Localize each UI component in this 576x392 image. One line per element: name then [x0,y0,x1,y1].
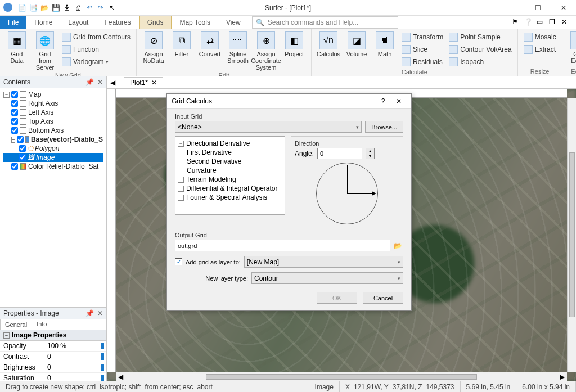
spline-smooth-button[interactable]: 〰Spline Smooth [226,31,250,64]
axis-check[interactable] [11,127,18,134]
close-button[interactable]: ✕ [551,0,576,16]
grid-data-button[interactable]: ▦Grid Data [4,31,29,64]
tab-features[interactable]: Features [96,16,138,29]
cancel-button[interactable]: Cancel [363,292,403,304]
prop-section[interactable]: −Image Properties [0,330,106,341]
axis-check[interactable] [11,100,18,107]
tree-polygon[interactable]: Polygon [35,145,59,152]
redo-icon[interactable]: ↷ [96,3,106,13]
window-list-icon[interactable]: ▭ [537,18,546,27]
output-grid-input[interactable] [175,240,390,251]
ok-button[interactable]: OK [317,292,357,304]
prop-tab-info[interactable]: Info [32,319,51,330]
open-icon[interactable]: 📂 [39,3,50,13]
function-button[interactable]: Function [61,44,132,55]
operator-tree[interactable]: −Directional Derivative First Derivative… [175,136,285,215]
plot-tab[interactable]: Plot1*✕ [124,77,163,88]
contents-tree[interactable]: −Map Right Axis Left Axis Top Axis Botto… [0,88,106,307]
group-calculate: √nCalculus ◪Volume 🖩Math Transform Slice… [312,29,518,76]
transform-button[interactable]: Transform [400,31,444,43]
add-layer-checkbox[interactable]: ✓ [175,258,182,265]
prop-contrast[interactable]: Contrast0 [0,352,106,362]
tree-map[interactable]: Map [28,91,41,98]
residuals-button[interactable]: Residuals [400,56,444,67]
add-layer-select[interactable]: [New Map]▾ [244,256,403,268]
search-input[interactable]: 🔍 Search commands and Help... [252,16,398,29]
scrollbar-vertical[interactable] [567,98,576,372]
assign-cs-button[interactable]: ⊕Assign Coordinate System [254,31,278,71]
axis-check[interactable] [11,109,18,116]
tree-bottom-axis[interactable]: Bottom Axis [28,127,64,134]
tree-image-selected[interactable]: 🖼Image [3,153,103,162]
tab-maptools[interactable]: Map Tools [172,16,218,29]
open-multi-icon[interactable]: 📑 [28,3,38,13]
polygon-check[interactable] [19,145,26,152]
angle-spinner[interactable]: ▲▼ [366,148,375,159]
pin-icon[interactable]: 📌 [86,78,94,86]
maximize-button[interactable]: ☐ [525,0,551,16]
mosaic-button[interactable]: Mosaic [523,31,557,43]
tab-grids[interactable]: Grids [139,16,172,29]
tree-base-vector[interactable]: Base(vector)-Diablo_S [31,136,103,143]
assign-nodata-button[interactable]: ⊘Assign NoData [141,31,166,64]
axis-check[interactable] [11,118,18,125]
filter-button[interactable]: ⧉Filter [169,31,194,57]
close-doc-icon[interactable]: ✕ [561,18,570,27]
slice-button[interactable]: Slice [400,44,444,55]
browse-button[interactable]: Browse... [365,121,403,133]
tab-file[interactable]: File [0,16,26,29]
help-button[interactable]: ? [375,95,391,107]
extract-button[interactable]: Extract [523,44,557,55]
project-button[interactable]: ◧Project [282,31,307,57]
volume-button[interactable]: ◪Volume [344,31,369,57]
map-check[interactable] [11,91,18,98]
tree-right-axis[interactable]: Right Axis [28,100,58,107]
restore-icon[interactable]: ❐ [549,18,558,27]
tab-nav-left-icon[interactable]: ◀ [110,79,115,87]
prop-tab-general[interactable]: General [0,319,32,330]
contour-volarea-button[interactable]: Contour Vol/Area [448,44,512,55]
tree-color-relief[interactable]: Color Relief-Diablo_Sat [28,163,98,170]
variogram-button[interactable]: Variogram▾ [61,56,132,67]
save-as-icon[interactable]: 🗄 [62,3,72,13]
relief-check[interactable] [11,163,18,170]
close-panel-icon[interactable]: ✕ [97,78,103,86]
grid-editor-button[interactable]: ✎Grid Editor [567,31,576,64]
tab-layout[interactable]: Layout [60,16,96,29]
help-icon[interactable]: ❔ [524,18,533,27]
cursor-icon[interactable]: ↖ [107,3,117,13]
dialog-close-button[interactable]: ✕ [391,95,407,107]
angle-input[interactable] [317,148,362,159]
ribbon-tabs: File Home Layout Features Grids Map Tool… [0,16,576,29]
prop-opacity[interactable]: Opacity100 % [0,341,106,352]
point-sample-button[interactable]: Point Sample [448,31,512,43]
prop-brightness[interactable]: Brightness0 [0,362,106,373]
close-tab-icon[interactable]: ✕ [151,79,157,87]
tree-left-axis[interactable]: Left Axis [28,109,53,116]
image-check[interactable] [19,154,26,161]
calculus-button[interactable]: √nCalculus [316,31,341,57]
base-check[interactable] [17,136,24,143]
minimize-button[interactable]: ─ [500,0,525,16]
flag-icon[interactable]: ⚑ [512,18,521,27]
scrollbar-horizontal[interactable]: ◀▶ [116,372,567,381]
undo-icon[interactable]: ↶ [84,3,94,13]
tree-top-axis[interactable]: Top Axis [28,118,53,125]
new-icon[interactable]: 📄 [17,3,27,13]
grid-from-server-button[interactable]: 🌐Grid from Server [33,31,57,71]
print-icon[interactable]: 🖨 [73,3,83,13]
tab-home[interactable]: Home [26,16,60,29]
input-grid-select[interactable]: <None>▾ [175,121,362,133]
direction-label: Direction [295,140,399,147]
isopach-button[interactable]: Isopach [448,56,512,67]
output-browse-icon[interactable]: 📂 [393,240,403,251]
math-button[interactable]: 🖩Math [372,31,397,57]
pin-icon[interactable]: 📌 [86,309,94,317]
new-layer-type-select[interactable]: Contour▾ [251,272,403,284]
convert-button[interactable]: ⇄Convert [197,31,222,57]
grid-from-contours-button[interactable]: Grid from Contours [61,31,132,43]
save-icon[interactable]: 💾 [51,3,61,13]
direction-compass[interactable] [316,163,378,224]
tab-view[interactable]: View [218,16,249,29]
close-panel-icon[interactable]: ✕ [97,309,103,317]
